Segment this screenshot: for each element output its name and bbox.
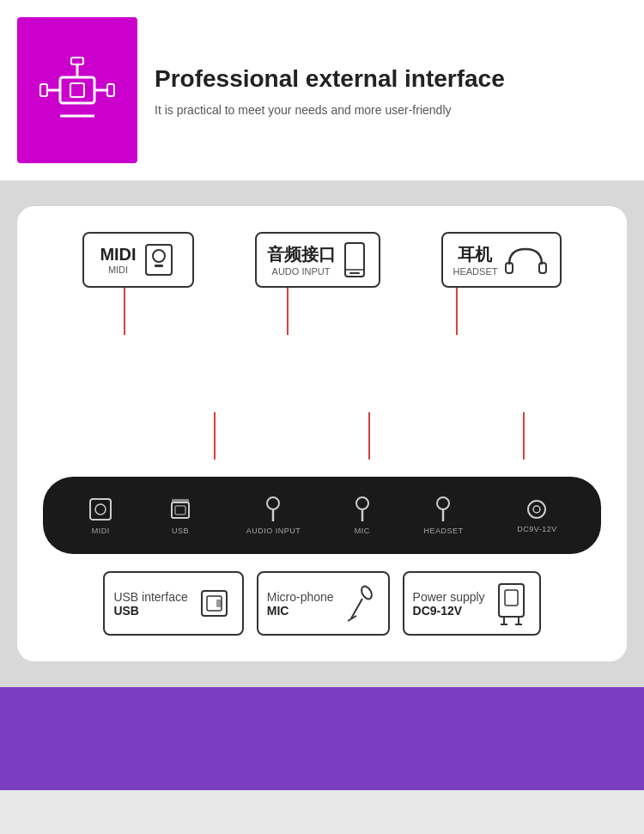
svg-point-35: [533, 506, 540, 513]
svg-rect-23: [90, 499, 111, 520]
svg-rect-3: [71, 58, 83, 64]
svg-rect-12: [345, 243, 364, 277]
mic-port-label: MIC: [355, 527, 370, 535]
device-strip: MIDI USB AUDIO: [43, 477, 601, 554]
midi-port-item: MIDI: [87, 496, 114, 535]
power-bottom-main: Power supply: [413, 590, 485, 604]
mic-bottom-sub: MIC: [267, 604, 289, 618]
svg-rect-5: [40, 84, 47, 96]
headset-label-box: 耳机 HEADSET: [441, 232, 562, 288]
page-title: Professional external interface: [155, 64, 505, 94]
midi-label-box: MIDI MIDI: [82, 232, 194, 288]
svg-point-28: [267, 497, 279, 509]
midi-main-label: MIDI: [100, 245, 136, 265]
svg-rect-38: [216, 600, 222, 607]
mic-bottom-main: Micro-phone: [267, 590, 334, 604]
usb-port-icon: [168, 496, 192, 523]
svg-point-24: [95, 504, 106, 514]
svg-rect-26: [175, 506, 185, 514]
connector-lines: [34, 288, 610, 460]
svg-rect-11: [155, 265, 163, 267]
svg-rect-0: [60, 77, 94, 103]
page-subtitle: It is practical to meet your needs and m…: [155, 103, 505, 117]
svg-point-32: [437, 497, 449, 509]
headset-sub-label: HEADSET: [453, 266, 498, 277]
svg-rect-14: [349, 272, 360, 274]
usb-bottom-icon: [195, 584, 234, 623]
bottom-labels-row: USB interface USB Micro-phone MIC: [34, 571, 610, 636]
mic-port-icon: [355, 496, 370, 523]
svg-rect-27: [172, 499, 189, 502]
svg-rect-25: [172, 502, 189, 518]
audio-port-item: AUDIO INPUT: [246, 496, 301, 535]
bottom-purple-area: [0, 687, 644, 790]
top-labels-row: MIDI MIDI 音频接口 AUDO INPUT: [34, 232, 610, 288]
audio-port-label: AUDIO INPUT: [246, 527, 301, 535]
svg-point-34: [528, 501, 545, 518]
connector-wrapper: MIDI USB AUDIO: [34, 288, 610, 554]
svg-rect-1: [70, 83, 84, 97]
audio-main-label: 音频接口: [267, 243, 336, 266]
interface-icon: [34, 47, 120, 133]
main-card: MIDI MIDI 音频接口 AUDO INPUT: [17, 206, 627, 661]
svg-line-40: [351, 599, 362, 618]
mic-bottom-label: Micro-phone MIC: [257, 571, 390, 636]
header-icon-box: [17, 17, 137, 163]
usb-port-item: USB: [168, 496, 192, 535]
midi-icon: [142, 240, 176, 279]
dc-port-label: DC9V-12V: [517, 525, 557, 533]
svg-point-10: [153, 250, 165, 262]
headset-icon: [502, 240, 550, 279]
gray-section: MIDI MIDI 音频接口 AUDO INPUT: [0, 180, 644, 687]
svg-point-30: [356, 497, 368, 509]
audio-port-icon: [265, 496, 281, 523]
power-bottom-sub: DC9-12V: [413, 604, 463, 618]
svg-rect-47: [505, 590, 518, 606]
usb-bottom-main: USB interface: [113, 590, 187, 604]
midi-sub-label: MIDI: [108, 265, 128, 275]
audio-sub-label: AUDO INPUT: [272, 266, 331, 277]
header-text: Professional external interface It is pr…: [155, 64, 505, 117]
midi-port-label: MIDI: [92, 527, 110, 535]
svg-rect-42: [499, 584, 524, 617]
midi-port-icon: [87, 496, 114, 523]
svg-rect-36: [202, 591, 227, 616]
audio-icon: [341, 240, 368, 279]
power-bottom-label: Power supply DC9-12V: [403, 571, 541, 636]
headset-port-label: HEADSET: [423, 527, 463, 535]
headset-port-icon: [435, 496, 451, 523]
audio-label-box: 音频接口 AUDO INPUT: [255, 232, 380, 288]
usb-bottom-label: USB interface USB: [103, 571, 243, 636]
power-bottom-icon: [492, 580, 531, 627]
mic-bottom-icon: [341, 580, 380, 627]
headset-main-label: 耳机: [458, 243, 492, 266]
dc-port-item: DC9V-12V: [517, 497, 557, 533]
usb-port-label: USB: [172, 527, 189, 535]
mic-port-item: MIC: [355, 496, 370, 535]
header-section: Professional external interface It is pr…: [0, 0, 644, 180]
usb-bottom-sub: USB: [113, 604, 139, 618]
headset-port-item: HEADSET: [423, 496, 463, 535]
svg-rect-7: [107, 84, 114, 96]
dc-port-icon: [525, 497, 549, 521]
